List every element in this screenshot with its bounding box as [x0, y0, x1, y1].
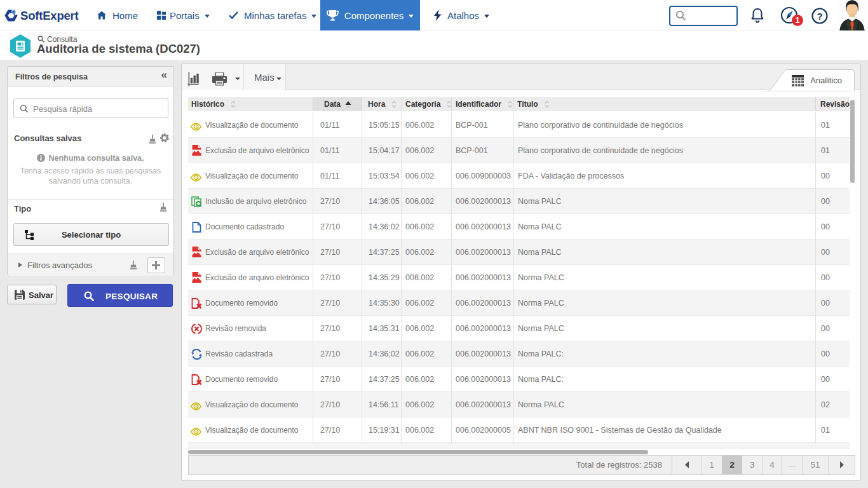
svg-text:?: ?: [817, 11, 822, 22]
svg-text:1: 1: [796, 16, 800, 25]
